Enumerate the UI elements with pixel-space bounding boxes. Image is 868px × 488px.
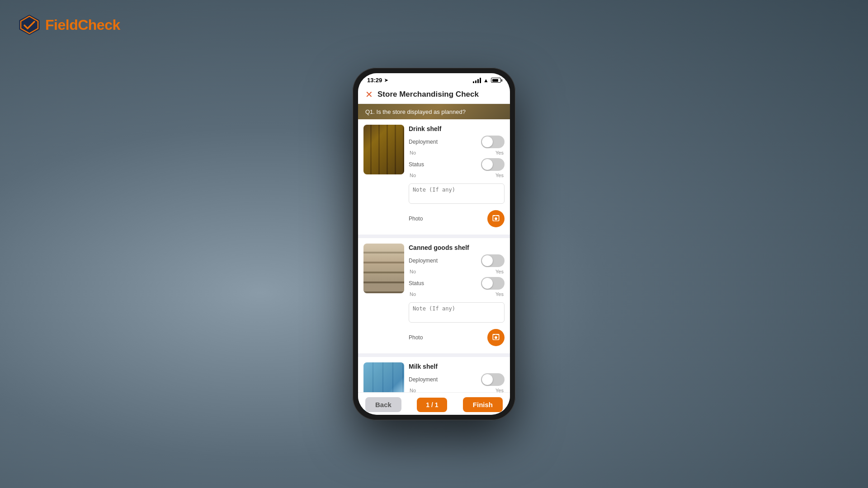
canned-deployment-yes: Yes <box>495 269 504 274</box>
close-button[interactable]: ✕ <box>365 89 373 100</box>
drink-note-input[interactable] <box>409 183 505 204</box>
canned-camera-button[interactable] <box>487 329 505 346</box>
phone-frame: 13:29 ➤ ▲ ✕ Store Merchandising Check <box>353 68 515 420</box>
drink-camera-button[interactable] <box>487 210 505 227</box>
question-banner: Q1. Is the store displayed as planned? <box>358 104 510 119</box>
drink-deployment-toggle[interactable] <box>481 136 505 148</box>
drink-shelf-name: Drink shelf <box>409 125 441 132</box>
shelf-section-drink: Drink shelf Deployment No Yes <box>358 119 510 235</box>
logo-text: FieldCheck <box>45 17 120 33</box>
signal-icon <box>473 78 481 83</box>
milk-deployment-toggle[interactable] <box>481 373 505 386</box>
status-icons: ▲ <box>473 77 501 84</box>
canned-note-input[interactable] <box>409 302 505 323</box>
canned-status-toggle[interactable] <box>481 277 505 290</box>
question-text: Q1. Is the store displayed as planned? <box>365 108 466 115</box>
status-time: 13:29 ➤ <box>367 77 388 84</box>
camera-icon-canned <box>491 333 500 342</box>
app-title: Store Merchandising Check <box>377 90 479 99</box>
drink-deployment-label: Deployment <box>409 139 438 145</box>
milk-deployment-label: Deployment <box>409 376 438 383</box>
canned-shelf-controls: Canned goods shelf Deployment No Yes <box>409 244 505 348</box>
bottom-navigation: Back 1 / 1 Finish <box>358 392 510 415</box>
svg-marker-0 <box>19 15 39 35</box>
drink-status-label: Status <box>409 161 424 168</box>
canned-status-no: No <box>410 291 416 297</box>
canned-photo-label: Photo <box>409 334 423 341</box>
wifi-icon: ▲ <box>483 77 489 84</box>
drink-deployment-no: No <box>410 150 416 155</box>
fieldcheck-logo-icon <box>18 14 41 36</box>
drink-status-toggle[interactable] <box>481 158 505 171</box>
canned-shelf-name: Canned goods shelf <box>409 244 469 251</box>
canned-status-label: Status <box>409 280 424 286</box>
canned-shelf-image <box>363 244 404 293</box>
location-arrow-icon: ➤ <box>384 78 388 83</box>
canned-deployment-no: No <box>410 269 416 274</box>
page-indicator: 1 / 1 <box>417 398 447 412</box>
drink-status-no: No <box>410 173 416 178</box>
finish-button[interactable]: Finish <box>463 397 503 412</box>
drink-shelf-image <box>363 125 404 174</box>
drink-shelf-controls: Drink shelf Deployment No Yes <box>409 125 505 229</box>
canned-deployment-toggle[interactable] <box>481 254 505 267</box>
status-bar: 13:29 ➤ ▲ <box>358 73 510 85</box>
phone-screen: 13:29 ➤ ▲ ✕ Store Merchandising Check <box>358 73 510 415</box>
app-header: ✕ Store Merchandising Check <box>358 85 510 104</box>
back-button[interactable]: Back <box>365 397 401 412</box>
camera-icon <box>491 214 500 223</box>
time-display: 13:29 <box>367 77 382 84</box>
drink-deployment-yes: Yes <box>495 150 504 155</box>
canned-status-yes: Yes <box>495 291 504 297</box>
shelf-section-canned: Canned goods shelf Deployment No Yes <box>358 238 510 353</box>
drink-photo-label: Photo <box>409 216 423 222</box>
scroll-content[interactable]: Drink shelf Deployment No Yes <box>358 119 510 411</box>
battery-icon <box>491 78 501 83</box>
logo: FieldCheck <box>18 14 120 36</box>
milk-shelf-name: Milk shelf <box>409 363 438 370</box>
canned-deployment-label: Deployment <box>409 258 438 264</box>
drink-status-yes: Yes <box>495 173 504 178</box>
